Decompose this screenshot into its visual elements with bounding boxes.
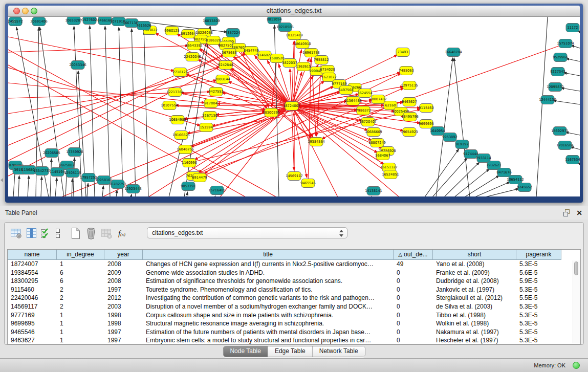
network-node-17016504[interactable]: 17016504 <box>556 141 574 150</box>
edge[interactable] <box>72 179 73 196</box>
edge[interactable] <box>116 190 117 196</box>
network-view-canvas[interactable]: 1872400776638229960125891295418226058982… <box>8 17 580 196</box>
table-row[interactable]: 911546021997Tourette syndrome. Phenomeno… <box>8 286 580 294</box>
edge[interactable] <box>229 68 312 138</box>
network-node-10653287[interactable]: 10653287 <box>65 17 82 25</box>
network-node-10654112[interactable]: 10654112 <box>507 176 524 184</box>
network-node-9960125[interactable]: 9960125 <box>164 27 179 35</box>
table-row[interactable]: 977716911998Corpus callosum shape and si… <box>8 311 580 320</box>
network-window-titlebar[interactable]: citations_edges.txt <box>8 6 580 17</box>
edge[interactable] <box>215 196 215 196</box>
network-node-12923448[interactable]: 12923448 <box>124 185 142 193</box>
edge[interactable] <box>50 159 52 196</box>
table-settings-button[interactable] <box>9 226 24 240</box>
edge[interactable] <box>180 93 266 112</box>
network-node-1640954[interactable]: 1640954 <box>430 127 445 136</box>
column-header-pagerank[interactable]: pagerank <box>516 250 561 260</box>
edge[interactable] <box>475 182 510 196</box>
citation-network-graph[interactable]: 1872400776638229960125891295418226058982… <box>8 17 580 196</box>
canvas-resize-grip-icon[interactable] <box>8 17 18 25</box>
network-node-20691406[interactable]: 20691406 <box>30 17 48 26</box>
edge[interactable] <box>8 67 220 129</box>
network-node-7485063[interactable]: 7485063 <box>399 67 413 75</box>
table-selector-dropdown[interactable]: citations_edges.txt <box>147 227 347 238</box>
edge[interactable] <box>293 111 307 178</box>
network-node-19654923[interactable]: 19654923 <box>401 128 418 137</box>
table-row[interactable]: 969969511998Structural magnetic resonanc… <box>8 319 580 328</box>
network-node-153594[interactable]: 153594 <box>200 123 213 132</box>
network-node-12095832[interactable]: 12095832 <box>547 83 564 92</box>
edge[interactable] <box>308 58 311 179</box>
edge[interactable] <box>13 171 15 196</box>
network-node-10654985[interactable]: 10654985 <box>169 116 186 124</box>
network-node-9227343[interactable]: 9227343 <box>550 68 565 76</box>
scrollbar-thumb[interactable] <box>574 261 578 275</box>
network-node-16648784[interactable]: 16648784 <box>445 48 462 57</box>
network-node-8912954[interactable]: 8912954 <box>181 30 195 38</box>
table-row[interactable]: 1938455462009Genome-wide association stu… <box>8 269 580 277</box>
edge[interactable] <box>290 69 292 101</box>
network-node-19384554[interactable]: 19384554 <box>308 138 325 146</box>
network-node-2718126[interactable]: 2718126 <box>172 68 187 77</box>
edge[interactable] <box>425 149 459 196</box>
network-node-9699695[interactable]: 9699695 <box>419 120 433 128</box>
edge[interactable] <box>8 46 188 52</box>
network-node-2803144[interactable]: 2803144 <box>215 75 230 84</box>
network-node-1160998[interactable]: 1160998 <box>182 159 197 167</box>
network-node-19166825[interactable]: 19166825 <box>172 131 190 140</box>
edge[interactable] <box>553 101 580 104</box>
table-vertical-scrollbar[interactable] <box>573 260 580 343</box>
network-node-15751074[interactable]: 15751074 <box>557 39 574 48</box>
edge[interactable] <box>293 50 302 101</box>
network-node-15716485[interactable]: 15716485 <box>208 186 226 195</box>
edge[interactable] <box>8 37 175 71</box>
network-node-3675685[interactable]: 3675685 <box>222 49 236 57</box>
network-node-1362615[interactable]: 1362615 <box>296 62 311 71</box>
network-node-8454749[interactable]: 8454749 <box>244 47 258 55</box>
edge[interactable] <box>485 189 519 196</box>
edge[interactable] <box>41 177 42 196</box>
network-node-7615526[interactable]: 7615526 <box>136 21 151 30</box>
network-node-3267130[interactable]: 3267130 <box>202 112 217 120</box>
network-node-10107554[interactable]: 10107554 <box>161 101 178 110</box>
create-table-button[interactable] <box>68 226 83 240</box>
edge[interactable] <box>132 29 136 196</box>
network-node-18300295[interactable]: 18300295 <box>263 108 280 117</box>
edge[interactable] <box>55 178 57 196</box>
edge[interactable] <box>566 58 580 61</box>
network-node-14138141[interactable]: 14138141 <box>365 187 382 195</box>
float-panel-icon[interactable] <box>563 209 571 216</box>
table-row[interactable]: 946362711997Embryonic stem cells: a mode… <box>8 336 580 344</box>
network-node-9953892[interactable]: 9953892 <box>442 133 457 142</box>
table-row[interactable]: 1456911722003Disruption of a novel membe… <box>8 302 580 311</box>
network-node-9465546[interactable]: 9465546 <box>300 179 315 188</box>
network-node-12975135[interactable]: 12975135 <box>401 81 418 90</box>
column-header-short[interactable]: short <box>433 250 516 260</box>
edge[interactable] <box>28 176 29 196</box>
edge[interactable] <box>18 176 19 196</box>
network-node-6497568[interactable]: 6497568 <box>338 86 353 95</box>
network-node-13342737[interactable]: 13342737 <box>33 167 51 176</box>
window-zoom-button[interactable] <box>31 8 37 14</box>
network-node-12213364[interactable]: 12213364 <box>166 88 184 97</box>
network-node-7857224[interactable]: 7857224 <box>225 29 240 37</box>
network-node-20053346[interactable]: 20053346 <box>69 61 86 70</box>
network-node-9463627[interactable]: 9463627 <box>402 98 417 106</box>
network-node-1145194[interactable]: 1145194 <box>50 168 64 177</box>
network-node-16046756[interactable]: 16046756 <box>177 145 194 154</box>
column-header-out_de[interactable]: △out_de... <box>394 250 433 260</box>
network-node-9529966[interactable]: 9529966 <box>553 53 568 62</box>
network-node-14569117[interactable]: 14569117 <box>286 172 303 181</box>
network-node-16782753[interactable]: 16782753 <box>109 180 126 189</box>
network-node-6914479[interactable]: 6914479 <box>192 173 207 182</box>
network-node-3624554[interactable]: 3624554 <box>357 89 372 98</box>
edge[interactable] <box>372 196 372 196</box>
table-row[interactable]: 1872400712008Changes of HCN gene express… <box>8 260 580 269</box>
network-node-17359928[interactable]: 17359928 <box>66 148 83 157</box>
table-row[interactable]: 946554611997Estimation of the future num… <box>8 328 580 337</box>
network-node-11172[interactable]: 11172 <box>566 24 579 32</box>
network-node-19218586[interactable]: 19218586 <box>276 23 294 32</box>
network-node-10686609[interactable]: 10686609 <box>365 128 382 137</box>
network-node-15692971[interactable]: 15692971 <box>551 127 569 136</box>
network-node-9115460[interactable]: 9115460 <box>419 104 433 113</box>
